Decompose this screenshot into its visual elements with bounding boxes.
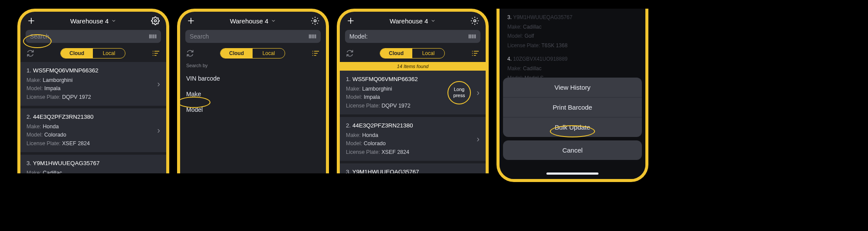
vehicle-list: 1. WS5FMQ06VMNP66362 Make: Lamborghini M… xyxy=(20,62,166,173)
phone-screen-2: Warehouse 4 Search Cloud Local Search by xyxy=(177,9,329,173)
source-toggle[interactable]: Cloud Local xyxy=(380,48,445,59)
search-input[interactable]: Search xyxy=(185,30,321,43)
phone-screen-1: Warehouse 4 Search Cloud Local xyxy=(17,9,169,173)
gear-icon[interactable] xyxy=(310,16,320,26)
action-cancel[interactable]: Cancel xyxy=(503,140,642,160)
action-sheet: View History Print Barcode Bulk Update C… xyxy=(503,78,642,160)
search-field-value: Model: xyxy=(349,33,468,40)
list-item[interactable]: 2. 44E3Q2PFZ3RN21380 Make: Honda Model: … xyxy=(20,108,166,152)
phone-screen-4: 3. Y9M1HWUUEQAG35767 Make: Cadillac Mode… xyxy=(496,9,648,182)
page-title: Warehouse 4 xyxy=(70,17,109,25)
action-print-barcode[interactable]: Print Barcode xyxy=(503,98,642,117)
source-toggle[interactable]: Cloud Local xyxy=(220,48,285,59)
action-bulk-update[interactable]: Bulk Update xyxy=(503,117,642,137)
location-dropdown[interactable]: Warehouse 4 xyxy=(70,17,117,25)
toggle-local[interactable]: Local xyxy=(253,49,285,58)
barcode-icon[interactable] xyxy=(468,33,476,39)
sort-icon[interactable] xyxy=(471,50,480,57)
chevron-right-icon: › xyxy=(477,88,480,98)
add-icon[interactable] xyxy=(186,16,196,26)
chevron-down-icon xyxy=(431,18,436,23)
search-by-model[interactable]: Model xyxy=(186,102,320,117)
list-item[interactable]: 3. Y9M1HWUUEQAG35767 Make: Cadillac xyxy=(20,155,166,173)
list-item[interactable]: 2. 44E3Q2PFZ3RN21380 Make: Honda Model: … xyxy=(340,117,486,161)
toggle-local[interactable]: Local xyxy=(93,49,125,58)
toggle-local[interactable]: Local xyxy=(412,49,444,58)
search-by-make[interactable]: Make xyxy=(186,86,320,102)
add-icon[interactable] xyxy=(346,16,355,26)
chevron-right-icon: › xyxy=(157,79,160,89)
results-count-bar: 14 Items found xyxy=(340,62,486,71)
header: Warehouse 4 xyxy=(180,12,326,28)
refresh-icon[interactable] xyxy=(346,49,354,57)
vehicle-list: 1. WS5FMQ06VMNP66362 Make: Lamborghini M… xyxy=(340,71,486,173)
toggle-cloud[interactable]: Cloud xyxy=(61,49,93,58)
location-dropdown[interactable]: Warehouse 4 xyxy=(390,17,436,25)
source-toggle[interactable]: Cloud Local xyxy=(60,48,125,59)
search-input[interactable]: Search xyxy=(26,30,161,43)
toggle-cloud[interactable]: Cloud xyxy=(380,49,412,58)
header: Warehouse 4 xyxy=(20,12,166,28)
refresh-icon[interactable] xyxy=(26,49,34,57)
page-title: Warehouse 4 xyxy=(230,17,269,25)
barcode-icon[interactable] xyxy=(309,33,316,39)
home-indicator xyxy=(546,172,598,175)
search-by-list: VIN barcode Make Model xyxy=(186,71,320,117)
search-input[interactable]: Model: xyxy=(345,30,480,43)
svg-point-0 xyxy=(154,20,156,22)
svg-point-2 xyxy=(473,20,476,22)
long-press-hint: Long press xyxy=(447,81,471,104)
chevron-right-icon: › xyxy=(477,134,480,144)
barcode-icon[interactable] xyxy=(149,33,157,39)
chevron-right-icon: › xyxy=(157,125,160,135)
gear-icon[interactable] xyxy=(470,16,480,26)
search-by-heading: Search by xyxy=(186,63,320,68)
list-item[interactable]: 1. WS5FMQ06VMNP66362 Make: Lamborghini M… xyxy=(340,71,486,114)
phone-screen-3: Warehouse 4 Model: Cloud Local 14 Items … xyxy=(337,9,489,173)
gear-icon[interactable] xyxy=(151,16,160,26)
sort-icon[interactable] xyxy=(311,50,320,57)
add-icon[interactable] xyxy=(26,16,36,26)
list-item[interactable]: 1. WS5FMQ06VMNP66362 Make: Lamborghini M… xyxy=(20,62,166,106)
sort-icon[interactable] xyxy=(151,50,160,57)
action-view-history[interactable]: View History xyxy=(503,78,642,98)
search-placeholder: Search xyxy=(30,33,149,40)
search-placeholder: Search xyxy=(190,33,309,40)
refresh-icon[interactable] xyxy=(186,49,194,57)
search-by-vin[interactable]: VIN barcode xyxy=(186,71,320,86)
chevron-down-icon xyxy=(111,18,116,23)
list-item[interactable]: 3. Y9M1HWUUEQAG35767 xyxy=(340,163,486,173)
toggle-cloud[interactable]: Cloud xyxy=(220,49,253,58)
chevron-down-icon xyxy=(271,18,276,23)
header: Warehouse 4 xyxy=(340,12,486,28)
location-dropdown[interactable]: Warehouse 4 xyxy=(230,17,276,25)
svg-point-1 xyxy=(314,20,316,22)
page-title: Warehouse 4 xyxy=(390,17,428,25)
